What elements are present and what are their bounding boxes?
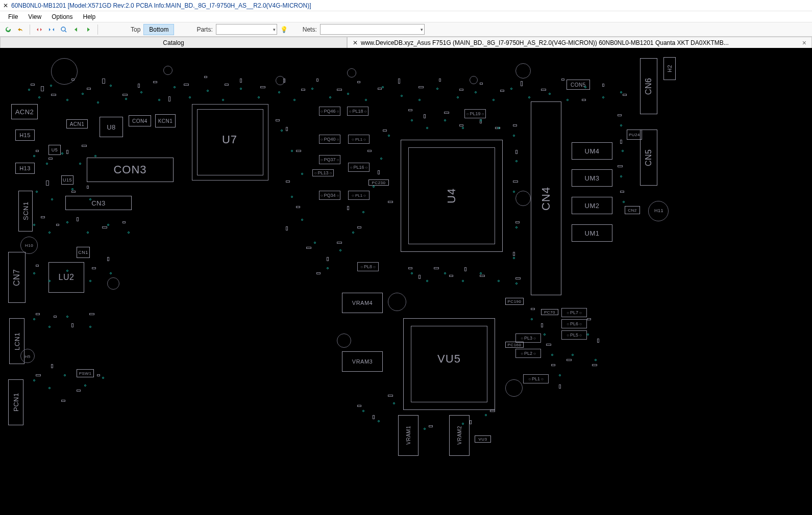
comp-H15[interactable]: H15: [15, 130, 35, 141]
find-part-button[interactable]: 💡: [280, 25, 288, 34]
passive: [61, 400, 65, 402]
comp-H13[interactable]: H13: [15, 163, 35, 174]
comp-CN4[interactable]: CN4: [531, 101, 561, 295]
expand-out-button[interactable]: [46, 24, 57, 35]
comp-PC160[interactable]: PC160: [505, 342, 524, 348]
comp-ACN2[interactable]: ACN2: [11, 104, 38, 119]
comp-U8[interactable]: U8: [100, 117, 123, 137]
comp-PC70[interactable]: PC70: [541, 309, 558, 315]
via: [48, 231, 51, 234]
tab-close-button[interactable]: ×: [797, 39, 806, 47]
comp-CON3[interactable]: CON3: [87, 158, 174, 182]
comp-UM2[interactable]: UM2: [572, 197, 612, 214]
passive: [97, 374, 100, 376]
comp-CN7[interactable]: CN7: [8, 252, 26, 303]
passive: [51, 94, 56, 96]
comp-PL1[interactable]: PL1: [523, 374, 549, 383]
menu-options[interactable]: Options: [47, 12, 77, 21]
comp-VRAM2[interactable]: VRAM2: [449, 415, 470, 456]
comp-PL5[interactable]: PL5: [561, 330, 587, 340]
passive: [107, 257, 109, 261]
tab-catalog[interactable]: Catalog: [0, 37, 347, 48]
comp-PL19[interactable]: PL19: [464, 109, 486, 118]
window-title: 60NB0NL0-MB1201 [Model:X571GD Rev:2.0 PC…: [11, 2, 311, 9]
comp-PL18[interactable]: PL18: [347, 107, 368, 116]
passive: [408, 109, 412, 111]
via: [411, 272, 413, 274]
comp-PL1c[interactable]: PL1: [348, 191, 370, 200]
comp-PQ46[interactable]: PQ46: [319, 107, 340, 116]
comp-UM4[interactable]: UM4: [572, 142, 612, 160]
comp-VRAM3[interactable]: VRAM3: [342, 351, 383, 372]
comp-CN1[interactable]: CN1: [77, 247, 90, 258]
passive: [383, 130, 387, 132]
comp-PQ37[interactable]: PQ37: [319, 155, 340, 164]
via: [602, 96, 604, 98]
comp-CN2[interactable]: CN2: [625, 206, 640, 214]
comp-U15[interactable]: U15: [61, 175, 73, 185]
comp-VRAM4[interactable]: VRAM4: [342, 293, 383, 313]
passive: [36, 265, 39, 267]
comp-CON4[interactable]: CON4: [129, 115, 151, 126]
comp-PQ40[interactable]: PQ40: [319, 135, 340, 144]
comp-PCN1[interactable]: PCN1: [8, 379, 23, 425]
passive: [327, 257, 329, 261]
comp-H11: H11: [653, 207, 665, 214]
comp-LU2[interactable]: LU2: [48, 262, 84, 293]
passive: [168, 96, 170, 101]
comp-VU3[interactable]: VU3: [475, 435, 491, 443]
comp-VRAM1[interactable]: VRAM1: [398, 415, 419, 456]
comp-PL16[interactable]: PL16: [348, 163, 370, 172]
comp-ACN1[interactable]: ACN1: [66, 119, 88, 128]
comp-PC190[interactable]: PC190: [505, 298, 524, 305]
nets-combo[interactable]: ▾: [320, 24, 425, 35]
comp-PL1b[interactable]: PL1: [348, 135, 370, 144]
pcb-canvas[interactable]: ACN2 ACN1 U8 CON4 KCN1 H15 U5 H13 U15 CO…: [0, 48, 812, 515]
comp-PL2[interactable]: PL2: [515, 349, 541, 358]
comp-UM3[interactable]: UM3: [572, 169, 612, 187]
via: [531, 318, 533, 320]
comp-CN6[interactable]: CN6: [640, 58, 657, 114]
passive: [459, 124, 463, 126]
comp-PSW1[interactable]: PSW1: [77, 369, 94, 377]
via: [401, 95, 403, 97]
comp-PL7[interactable]: PL7: [561, 308, 587, 317]
comp-PL6[interactable]: PL6: [561, 319, 587, 328]
comp-PL13[interactable]: PL13: [312, 169, 334, 176]
tab-document[interactable]: ✕ www.DeviceDB.xyz_Asus F751G (MAIN_BD._…: [347, 37, 812, 48]
nets-group: Nets: ▾: [303, 24, 425, 35]
layer-top-button[interactable]: Top: [128, 24, 143, 35]
refresh-button[interactable]: [3, 24, 13, 35]
comp-PC230[interactable]: PC230: [368, 179, 389, 186]
parts-combo[interactable]: ▾: [216, 24, 277, 35]
comp-CN5[interactable]: CN5: [640, 130, 657, 186]
comp-CON5[interactable]: CON5: [567, 80, 590, 90]
passive: [419, 275, 421, 279]
comp-UM1[interactable]: UM1: [572, 224, 612, 242]
forward-button[interactable]: [83, 24, 93, 35]
comp-PQ34[interactable]: PQ34: [319, 191, 340, 200]
passive: [89, 313, 94, 315]
via: [411, 119, 413, 121]
tab-document-label: www.DeviceDB.xyz_Asus F751G (MAIN_BD._8G…: [361, 39, 729, 46]
zoom-fit-button[interactable]: [59, 24, 69, 35]
comp-H2[interactable]: H2: [663, 57, 676, 80]
comp-CN3[interactable]: CN3: [65, 196, 132, 210]
comp-KCN1[interactable]: KCN1: [155, 114, 176, 127]
comp-U5[interactable]: U5: [48, 145, 61, 155]
comp-PL8[interactable]: PL8: [357, 262, 379, 271]
comp-SCN1[interactable]: SCN1: [18, 191, 33, 231]
passive: [122, 221, 126, 223]
passive: [77, 217, 79, 221]
undo-button[interactable]: [15, 24, 26, 35]
passive: [87, 186, 89, 189]
back-button[interactable]: [71, 24, 81, 35]
passive: [48, 158, 53, 160]
layer-bottom-button[interactable]: Bottom: [143, 24, 174, 35]
via: [38, 96, 40, 98]
menu-view[interactable]: View: [24, 12, 45, 21]
menu-help[interactable]: Help: [79, 12, 100, 21]
menu-file[interactable]: File: [4, 12, 22, 21]
collapse-in-button[interactable]: [34, 24, 44, 35]
comp-PU24[interactable]: PU24: [627, 130, 642, 140]
